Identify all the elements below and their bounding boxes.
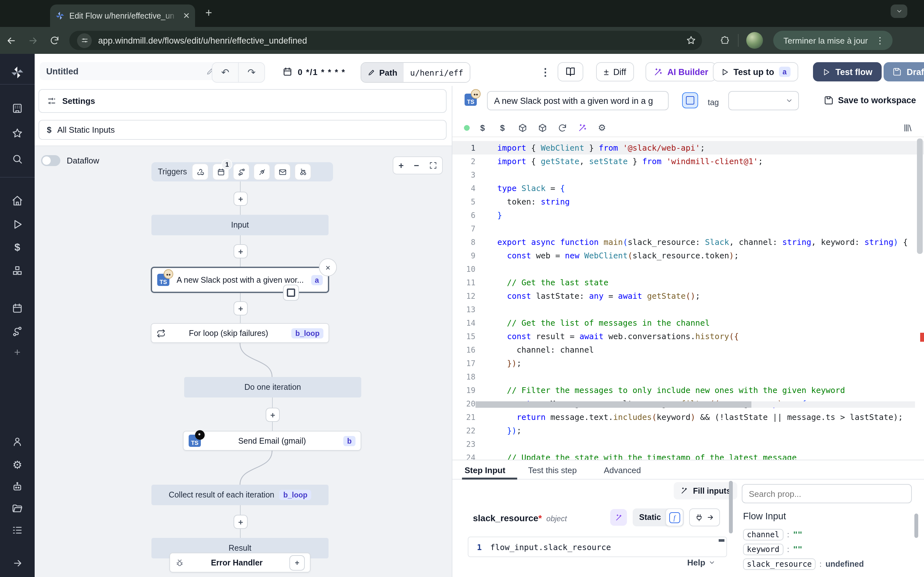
search-prop-input[interactable]	[742, 484, 912, 503]
function-mode-icon[interactable]: f	[666, 508, 683, 526]
sidebar-item-settings[interactable]: ⚙	[0, 458, 35, 472]
test-up-to-button[interactable]: Test up to a	[713, 62, 798, 81]
bookmark-star-icon[interactable]	[680, 35, 702, 45]
add-step-button[interactable]: +	[234, 244, 248, 258]
sidebar-collapse-icon[interactable]	[0, 558, 35, 569]
schedule-cron[interactable]: 0 */1 * * * *	[282, 62, 346, 81]
sidebar-item-runs[interactable]	[0, 219, 35, 230]
site-info-icon[interactable]	[77, 33, 92, 48]
test-flow-button[interactable]: Test flow	[813, 62, 881, 81]
connect-input-button[interactable]	[689, 508, 720, 526]
editor-vscrollbar-thumb[interactable]	[917, 139, 923, 254]
sidebar-item-users[interactable]	[0, 436, 35, 448]
step-skip-toggle[interactable]	[283, 285, 299, 301]
code-editor[interactable]: 1import { WebClient } from '@slack/web-a…	[452, 137, 924, 460]
node-input[interactable]: Input	[152, 215, 328, 235]
tag-select[interactable]	[728, 91, 799, 110]
sidebar-item-home[interactable]	[0, 195, 35, 206]
chrome-menu-icon[interactable]: ⋮	[876, 35, 885, 45]
node-slack-step[interactable]: TS A new Slack post with a given wor... …	[151, 267, 329, 293]
diff-button[interactable]: ± Diff	[596, 62, 634, 81]
redo-button[interactable]: ↷	[238, 63, 264, 82]
flow-input-prop[interactable]: slack_resource:undefined	[743, 556, 910, 571]
reload-icon[interactable]	[44, 35, 65, 45]
email-trigger-icon[interactable]	[274, 163, 291, 180]
tab-advanced[interactable]: Advanced	[604, 460, 641, 480]
flow-input-prop[interactable]: channel:""	[743, 527, 910, 542]
tab-close-icon[interactable]: ✕	[183, 11, 190, 21]
browser-tab[interactable]: Edit Flow u/henri/effective_un ✕	[50, 5, 195, 27]
add-error-handler-button[interactable]: +	[289, 555, 305, 570]
schedule-trigger-icon[interactable]: 1	[213, 163, 229, 180]
windmill-logo-icon[interactable]	[0, 65, 35, 79]
sidebar-item-routes[interactable]	[0, 326, 35, 337]
node-forloop[interactable]: For loop (skip failures) b_loop	[151, 323, 329, 343]
new-tab-button[interactable]: +	[205, 7, 212, 19]
sidebar-item-workers[interactable]	[0, 481, 35, 492]
props-scrollbar-thumb[interactable]	[914, 514, 918, 538]
sidebar-item-add[interactable]: +	[0, 346, 35, 359]
library-icon[interactable]	[901, 122, 913, 133]
forward-icon[interactable]	[22, 35, 44, 46]
flow-name-box[interactable]: Untitled	[40, 62, 221, 80]
assets-icon[interactable]: $	[477, 122, 488, 133]
sidebar-item-workspace[interactable]	[0, 103, 35, 114]
variables-icon[interactable]: $	[497, 122, 508, 133]
chrome-update-button[interactable]: Terminer la mise à jour ⋮	[773, 31, 892, 50]
add-step-button[interactable]: +	[234, 192, 248, 206]
package-icon[interactable]	[536, 122, 548, 133]
step-box-toggle[interactable]	[682, 92, 698, 108]
sidebar-item-audit-logs[interactable]	[0, 524, 35, 536]
fill-inputs-button[interactable]: Fill inputs	[674, 482, 737, 500]
delete-step-icon[interactable]: ×	[319, 258, 337, 276]
ai-builder-button[interactable]: AI Builder	[646, 62, 716, 81]
help-toggle[interactable]: Help	[687, 558, 716, 567]
docs-button[interactable]	[557, 62, 583, 81]
window-chevron-icon[interactable]	[891, 5, 907, 18]
sidebar-item-search[interactable]	[0, 153, 35, 165]
save-to-workspace-button[interactable]: Save to workspace	[824, 95, 916, 105]
undo-button[interactable]: ↶	[212, 63, 238, 82]
node-do-one-iteration[interactable]: Do one iteration	[184, 377, 361, 398]
add-step-button[interactable]: +	[234, 515, 248, 529]
path-control[interactable]: Path u/henri/eff	[360, 62, 470, 83]
node-input-label: Input	[231, 221, 249, 229]
ai-wand-icon[interactable]	[576, 122, 588, 133]
back-icon[interactable]	[0, 35, 22, 46]
tab-test-this-step[interactable]: Test this step	[528, 460, 577, 480]
sidebar-item-resources[interactable]	[0, 265, 35, 276]
node-collect-result[interactable]: Collect result of each iteration b_loop	[152, 485, 328, 505]
node-send-email[interactable]: TS Send Email (gmail) b	[183, 431, 361, 451]
webhook-trigger-icon[interactable]	[192, 163, 209, 180]
profile-avatar[interactable]	[746, 32, 763, 49]
all-static-inputs-row[interactable]: $ All Static Inputs	[39, 120, 447, 140]
extensions-icon[interactable]	[720, 35, 730, 45]
ai-fill-field-button[interactable]	[610, 509, 627, 526]
sidebar-item-schedules[interactable]	[0, 303, 35, 314]
node-error-handler[interactable]: Error Handler +	[170, 553, 310, 572]
url-bar[interactable]: app.windmill.dev/flows/edit/u/henri/effe…	[69, 31, 702, 50]
flow-input-prop[interactable]: keyword:""	[743, 542, 910, 556]
add-step-button[interactable]: +	[266, 408, 280, 422]
step-name-input[interactable]	[487, 91, 669, 110]
more-options-icon[interactable]: ⋮	[540, 62, 551, 81]
poll-trigger-icon[interactable]	[295, 163, 312, 180]
expr-editor[interactable]: 1 flow_input.slack_resource	[468, 537, 727, 557]
package-icon[interactable]	[517, 122, 528, 133]
websocket-trigger-icon[interactable]	[254, 163, 270, 180]
input-mode-toggle[interactable]: Static f	[633, 508, 684, 526]
gear-icon[interactable]: ⚙	[596, 122, 607, 133]
tab-step-input[interactable]: Step Input	[465, 460, 505, 480]
draft-button[interactable]: Draft	[884, 62, 924, 81]
settings-row[interactable]: Settings	[39, 89, 447, 113]
add-step-button[interactable]: +	[234, 301, 248, 316]
panel-scrollbar-thumb[interactable]	[729, 481, 733, 533]
sidebar-item-folders[interactable]	[0, 503, 35, 514]
sidebar-item-variables[interactable]: $	[0, 242, 35, 253]
editor-hscrollbar-thumb[interactable]	[475, 401, 751, 408]
triggers-bar[interactable]: Triggers 1	[152, 162, 333, 181]
route-trigger-icon[interactable]	[233, 163, 250, 180]
flow-canvas[interactable]: Dataflow + − Triggers	[35, 145, 452, 577]
reload-icon[interactable]	[556, 122, 568, 133]
sidebar-item-favorites[interactable]	[0, 127, 35, 139]
